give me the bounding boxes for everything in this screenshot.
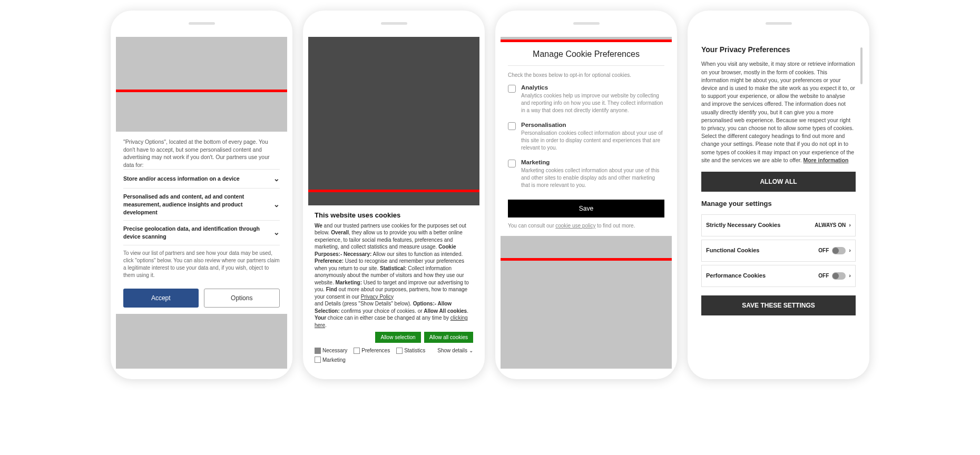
chevron-down-icon: ⌄ [273, 174, 280, 184]
checkbox-icon [396, 348, 403, 354]
necessary-checkbox[interactable]: Necessary [315, 347, 347, 354]
modal-subtitle: Check the boxes below to opt-in for opti… [508, 72, 664, 78]
allow-all-button[interactable]: ALLOW ALL [701, 172, 856, 192]
modal-title: Manage Cookie Preferences [508, 50, 664, 66]
cookie-modal: Manage Cookie Preferences Check the boxe… [501, 42, 672, 236]
accept-button[interactable]: Accept [123, 289, 199, 308]
options-button[interactable]: Options [204, 289, 280, 308]
expand-row-geo[interactable]: Precise geolocation data, and identifica… [123, 220, 280, 244]
intro-text: "Privacy Options", located at the bottom… [123, 138, 280, 169]
option-label: Analytics [521, 84, 664, 91]
expand-row-store[interactable]: Store and/or access information on a dev… [123, 169, 280, 189]
option-label: Marketing [521, 159, 664, 165]
more-info-link[interactable]: More information [803, 157, 849, 163]
toggle-switch[interactable] [832, 247, 846, 254]
checkbox-icon [315, 357, 321, 363]
analytics-option[interactable]: Analytics Analytics cookies help us impr… [508, 84, 664, 114]
expand-row-ads[interactable]: Personalised ads and content, ad and con… [123, 188, 280, 220]
save-button[interactable]: Save [508, 200, 664, 217]
modal-title: Your Privacy Preferences [701, 44, 856, 55]
allow-all-button[interactable]: Allow all cookies [424, 332, 473, 343]
cookie-policy-link[interactable]: cookie use policy [555, 223, 595, 229]
footer-text: To view our list of partners and see how… [123, 245, 280, 283]
allow-selection-button[interactable]: Allow selection [375, 332, 420, 343]
cookie-modal: "Privacy Options", located at the bottom… [116, 132, 287, 314]
phone-mockup-4: Your Privacy Preferences When you visit … [688, 11, 869, 379]
checkbox-icon[interactable] [508, 160, 516, 167]
toggle-switch[interactable] [832, 272, 846, 280]
modal-body: When you visit any website, it may store… [701, 60, 856, 164]
scrollbar[interactable] [860, 47, 863, 84]
personalisation-option[interactable]: Personalisation Personalisation cookies … [508, 122, 664, 152]
save-settings-button[interactable]: SAVE THESE SETTINGS [701, 295, 856, 315]
setting-performance[interactable]: Performance Cookies OFF› [701, 265, 856, 287]
cookie-modal: Your Privacy Preferences When you visit … [693, 37, 864, 369]
option-desc: Marketing cookies collect information ab… [521, 167, 664, 189]
cookie-modal: This website uses cookies We and our tru… [308, 205, 479, 369]
preferences-checkbox[interactable]: Preferences [354, 347, 390, 354]
checkbox-icon [354, 348, 360, 354]
marketing-option[interactable]: Marketing Marketing cookies collect info… [508, 159, 664, 189]
show-details-toggle[interactable]: Show details⌄ [437, 347, 473, 354]
checkbox-icon[interactable] [508, 122, 516, 130]
phone-mockup-3: Manage Cookie Preferences Check the boxe… [495, 11, 677, 379]
chevron-right-icon: › [849, 246, 851, 255]
chevron-down-icon: ⌄ [469, 347, 473, 354]
footer-text: You can consult our cookie use policy to… [508, 223, 664, 229]
setting-strictly-necessary[interactable]: Strictly Necessary Cookies ALWAYS ON› [701, 214, 856, 236]
phone-mockup-2: This website uses cookies We and our tru… [303, 11, 485, 379]
option-desc: Analytics cookies help us improve our we… [521, 92, 664, 114]
option-label: Personalisation [521, 122, 664, 128]
option-desc: Personalisation cookies collect informat… [521, 130, 664, 152]
chevron-down-icon: ⌄ [273, 200, 280, 210]
checkbox-icon [315, 348, 321, 354]
setting-functional[interactable]: Functional Cookies OFF› [701, 240, 856, 262]
chevron-down-icon: ⌄ [273, 228, 280, 238]
phone-mockup-1: "Privacy Options", located at the bottom… [111, 11, 292, 379]
chevron-right-icon: › [849, 221, 851, 230]
modal-title: This website uses cookies [315, 211, 473, 220]
modal-body: We and our trusted partners use cookies … [315, 222, 473, 329]
chevron-right-icon: › [849, 272, 851, 280]
marketing-checkbox[interactable]: Marketing [315, 357, 473, 364]
statistics-checkbox[interactable]: Statistics [396, 347, 425, 354]
manage-heading: Manage your settings [701, 199, 856, 209]
privacy-policy-link[interactable]: Privacy Policy [361, 294, 394, 300]
checkbox-icon[interactable] [508, 85, 516, 93]
